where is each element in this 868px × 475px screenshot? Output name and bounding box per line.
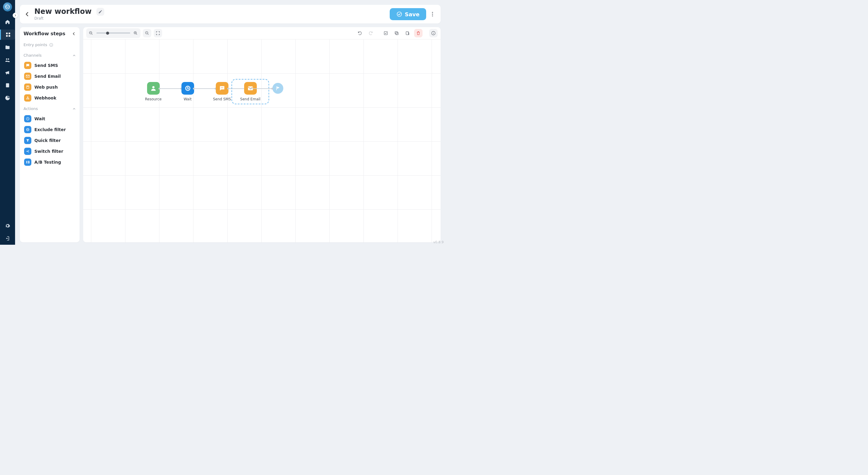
- svg-point-15: [27, 98, 27, 99]
- svg-rect-3: [6, 35, 7, 37]
- nav-people[interactable]: [2, 55, 13, 65]
- step-ab-testing[interactable]: A/B Testing: [24, 157, 76, 167]
- page-header: New workflow Draft Save: [20, 5, 441, 24]
- svg-rect-13: [27, 86, 29, 88]
- filter-icon: [24, 137, 31, 144]
- workflow-canvas[interactable]: Resource Wait Send SMS: [83, 39, 441, 242]
- node-label: Resource: [145, 97, 161, 101]
- svg-rect-14: [27, 86, 29, 87]
- step-webhook[interactable]: Webhook: [24, 93, 76, 103]
- svg-rect-27: [406, 31, 408, 35]
- node-resource[interactable]: Resource: [136, 82, 170, 101]
- canvas-panel: Resource Wait Send SMS: [83, 27, 441, 242]
- flow-end[interactable]: [273, 83, 283, 94]
- header-overflow-menu[interactable]: [429, 8, 436, 20]
- workflow-status: Draft: [34, 17, 104, 21]
- entry-points-label: Entry points: [24, 42, 47, 47]
- svg-point-16: [28, 98, 29, 99]
- nav-analytics[interactable]: [2, 93, 13, 103]
- nav-files[interactable]: [2, 42, 13, 53]
- svg-rect-1: [6, 33, 7, 34]
- nav-workflows[interactable]: [0, 30, 15, 40]
- check-circle-icon: [396, 11, 402, 17]
- nav-rail: [0, 0, 15, 245]
- step-quick-filter[interactable]: Quick filter: [24, 135, 76, 146]
- webpush-icon: [24, 84, 31, 91]
- webhook-icon: [24, 94, 31, 102]
- workflow-title: New workflow: [34, 7, 92, 16]
- svg-point-11: [51, 44, 52, 44]
- steps-panel-collapse[interactable]: [72, 32, 76, 36]
- zoom-slider[interactable]: [96, 29, 130, 37]
- fullscreen-button[interactable]: [154, 29, 162, 37]
- step-label: Wait: [34, 116, 45, 121]
- svg-rect-25: [396, 32, 398, 35]
- nav-home[interactable]: [2, 17, 13, 27]
- node-label: Wait: [184, 97, 192, 101]
- workflow-flow: Resource Wait Send SMS: [136, 82, 283, 101]
- steps-panel-title: Workflow steps: [24, 31, 65, 36]
- exclude-icon: [24, 126, 31, 133]
- sms-icon: [24, 62, 31, 69]
- zoom-in-button[interactable]: [131, 29, 140, 37]
- nav-campaigns[interactable]: [2, 67, 13, 78]
- step-wait[interactable]: Wait: [24, 113, 76, 124]
- svg-point-33: [221, 87, 221, 88]
- paste-button[interactable]: [403, 29, 412, 37]
- svg-point-9: [432, 15, 433, 16]
- svg-point-7: [432, 12, 433, 13]
- chevron-up-icon: [72, 107, 76, 110]
- svg-rect-24: [384, 31, 388, 35]
- svg-rect-4: [8, 35, 10, 37]
- svg-point-23: [147, 32, 147, 33]
- actions-label: Actions: [24, 106, 38, 111]
- step-send-sms[interactable]: Send SMS: [24, 60, 76, 71]
- save-button-label: Save: [405, 11, 420, 18]
- step-label: Web push: [34, 85, 58, 90]
- svg-rect-12: [51, 44, 51, 46]
- step-label: Send Email: [34, 74, 61, 79]
- ab-icon: [24, 159, 31, 166]
- step-exclude-filter[interactable]: Exclude filter: [24, 124, 76, 135]
- step-web-push[interactable]: Web push: [24, 82, 76, 93]
- copy-button[interactable]: [393, 29, 401, 37]
- connector: [250, 88, 272, 89]
- clock-icon: [24, 115, 31, 122]
- step-switch-filter[interactable]: Switch filter: [24, 146, 76, 157]
- app-version: v0.8.9: [433, 240, 444, 244]
- node-label: Send SMS: [213, 97, 231, 101]
- node-label: Send Email: [240, 97, 260, 101]
- delete-button[interactable]: [414, 29, 423, 37]
- step-send-email[interactable]: Send Email: [24, 71, 76, 82]
- step-label: A/B Testing: [34, 160, 61, 164]
- svg-point-29: [433, 32, 433, 32]
- validate-button[interactable]: [381, 29, 390, 37]
- redo-button[interactable]: [367, 29, 375, 37]
- step-label: Switch filter: [34, 149, 63, 154]
- info-button[interactable]: [429, 29, 438, 37]
- info-icon[interactable]: [49, 43, 53, 47]
- steps-panel: Workflow steps Entry points Channels: [20, 27, 80, 242]
- channels-section-header[interactable]: Channels: [24, 53, 76, 58]
- step-label: Quick filter: [34, 138, 61, 143]
- step-label: Send SMS: [34, 63, 58, 68]
- node-send-email[interactable]: Send Email: [233, 81, 267, 102]
- actions-section-header[interactable]: Actions: [24, 106, 76, 111]
- zoom-out-button[interactable]: [87, 29, 95, 37]
- undo-button[interactable]: [355, 29, 364, 37]
- rename-button[interactable]: [96, 8, 104, 16]
- svg-point-30: [152, 86, 154, 88]
- svg-point-35: [222, 87, 223, 88]
- switch-icon: [24, 148, 31, 155]
- svg-rect-5: [6, 83, 9, 87]
- zoom-reset-button[interactable]: [143, 29, 151, 37]
- save-button[interactable]: Save: [390, 8, 426, 20]
- nav-logout[interactable]: [2, 233, 13, 244]
- rail-expand-toggle[interactable]: [13, 13, 18, 18]
- back-button[interactable]: [24, 11, 33, 17]
- svg-point-34: [221, 87, 222, 88]
- node-wait[interactable]: Wait: [170, 82, 205, 101]
- nav-settings[interactable]: [2, 221, 13, 231]
- chevron-up-icon: [72, 54, 76, 57]
- nav-templates[interactable]: [2, 80, 13, 90]
